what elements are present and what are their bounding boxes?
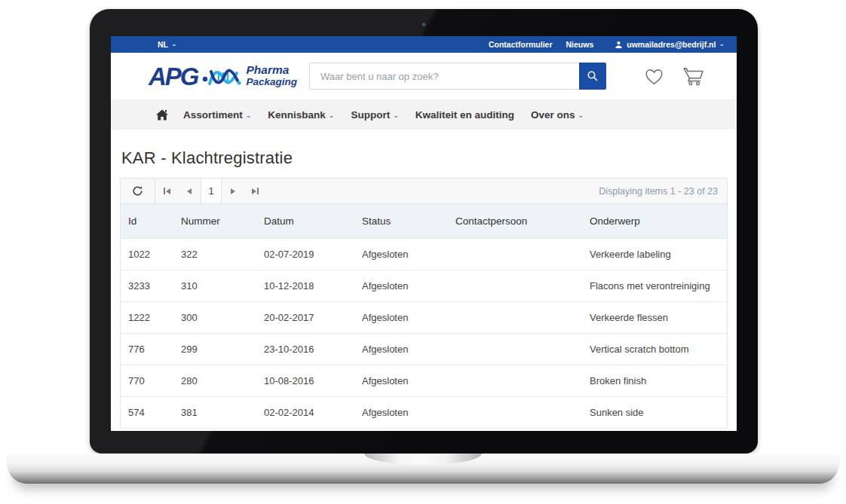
prev-page-button[interactable] bbox=[178, 179, 201, 203]
next-page-button[interactable] bbox=[222, 179, 244, 203]
column-header-id[interactable]: Id bbox=[121, 204, 173, 239]
column-header-status[interactable]: Status bbox=[354, 204, 448, 239]
chevron-down-icon: ⌄ bbox=[578, 111, 584, 119]
pagination: 1 bbox=[155, 179, 267, 203]
table-row[interactable]: 3233 310 10-12-2018 Afgesloten Flacons m… bbox=[121, 270, 727, 302]
search-icon bbox=[587, 70, 599, 82]
logo-tagline: Pharma Packaging bbox=[247, 64, 298, 87]
logo-brand-text: APG bbox=[149, 64, 198, 89]
refresh-button[interactable] bbox=[121, 179, 155, 203]
language-label: NL bbox=[158, 40, 168, 49]
refresh-icon bbox=[132, 185, 143, 197]
table-row[interactable]: 1022 322 02-07-2019 Afgesloten Verkeerde… bbox=[121, 239, 727, 270]
laptop-base-notch bbox=[364, 454, 482, 465]
grid-toolbar: 1 Displaying items 1 - 23 of 23 bbox=[121, 179, 727, 204]
last-page-button[interactable] bbox=[244, 179, 267, 203]
table-row[interactable]: 1222 300 20-02-2017 Afgesloten Verkeerde… bbox=[121, 302, 727, 334]
home-icon bbox=[156, 109, 168, 121]
dna-icon bbox=[202, 64, 243, 90]
logo[interactable]: APG Pharma Packaging bbox=[149, 63, 297, 90]
cart-icon[interactable] bbox=[682, 66, 704, 86]
main-navigation: Assortiment⌄ Kennisbank⌄ Support⌄ Kwalit… bbox=[111, 99, 737, 130]
nav-item-assortiment[interactable]: Assortiment⌄ bbox=[183, 109, 251, 121]
user-email: uwmailadres@bedrijf.nl bbox=[627, 40, 716, 49]
column-header-datum[interactable]: Datum bbox=[256, 204, 354, 239]
column-header-nummer[interactable]: Nummer bbox=[173, 204, 256, 239]
language-selector[interactable]: NL ⌄ bbox=[158, 40, 177, 49]
complaints-table: Id Nummer Datum Status Contactpersoon On… bbox=[121, 204, 727, 429]
chevron-down-icon: ⌄ bbox=[329, 111, 335, 119]
column-header-contactpersoon[interactable]: Contactpersoon bbox=[448, 204, 582, 239]
nav-item-over-ons[interactable]: Over ons⌄ bbox=[531, 109, 584, 121]
table-header-row: Id Nummer Datum Status Contactpersoon On… bbox=[121, 204, 727, 239]
topbar-link-contactformulier[interactable]: Contactformulier bbox=[489, 40, 553, 49]
nav-item-kennisbank[interactable]: Kennisbank⌄ bbox=[268, 109, 334, 121]
current-page[interactable]: 1 bbox=[201, 179, 222, 203]
webcam-icon bbox=[421, 22, 427, 28]
table-row[interactable]: 776 299 23-10-2016 Afgesloten Vertical s… bbox=[121, 334, 727, 365]
paging-status: Displaying items 1 - 23 of 23 bbox=[599, 186, 727, 197]
page-title: KAR - Klachtregistratie bbox=[121, 148, 728, 168]
nav-home-icon[interactable] bbox=[156, 109, 168, 121]
chevron-down-icon: ⌄ bbox=[719, 40, 725, 47]
table-row[interactable]: 770 280 10-08-2016 Afgesloten Broken fin… bbox=[121, 365, 727, 397]
chevron-down-icon: ⌄ bbox=[246, 111, 252, 119]
first-page-button[interactable] bbox=[155, 179, 178, 203]
chevron-down-icon: ⌄ bbox=[393, 111, 399, 119]
search-button[interactable] bbox=[579, 63, 606, 90]
user-icon bbox=[615, 41, 623, 49]
search-input[interactable] bbox=[309, 63, 579, 90]
site-header: APG Pharma Packaging bbox=[111, 53, 737, 99]
chevron-down-icon: ⌄ bbox=[171, 40, 177, 47]
topbar-link-nieuws[interactable]: Nieuws bbox=[566, 40, 594, 49]
page-content: KAR - Klachtregistratie bbox=[111, 148, 737, 429]
search-bar bbox=[309, 63, 606, 90]
nav-item-kwaliteit-en-auditing[interactable]: Kwaliteit en auditing bbox=[415, 109, 514, 121]
column-header-onderwerp[interactable]: Onderwerp bbox=[582, 204, 727, 239]
screen: NL ⌄ Contactformulier Nieuws uwmailadres… bbox=[111, 36, 737, 431]
account-menu[interactable]: uwmailadres@bedrijf.nl ⌄ bbox=[615, 40, 725, 49]
nav-item-support[interactable]: Support⌄ bbox=[351, 109, 398, 121]
complaints-grid: 1 Displaying items 1 - 23 of 23 bbox=[120, 178, 728, 429]
table-row[interactable]: 574 381 02-02-2014 Afgesloten Sunken sid… bbox=[121, 397, 727, 429]
top-utility-bar: NL ⌄ Contactformulier Nieuws uwmailadres… bbox=[111, 36, 737, 53]
laptop-bezel: NL ⌄ Contactformulier Nieuws uwmailadres… bbox=[90, 9, 758, 454]
wishlist-heart-icon[interactable] bbox=[644, 67, 664, 86]
laptop-base bbox=[6, 454, 840, 484]
page-background: NL ⌄ Contactformulier Nieuws uwmailadres… bbox=[0, 0, 846, 504]
